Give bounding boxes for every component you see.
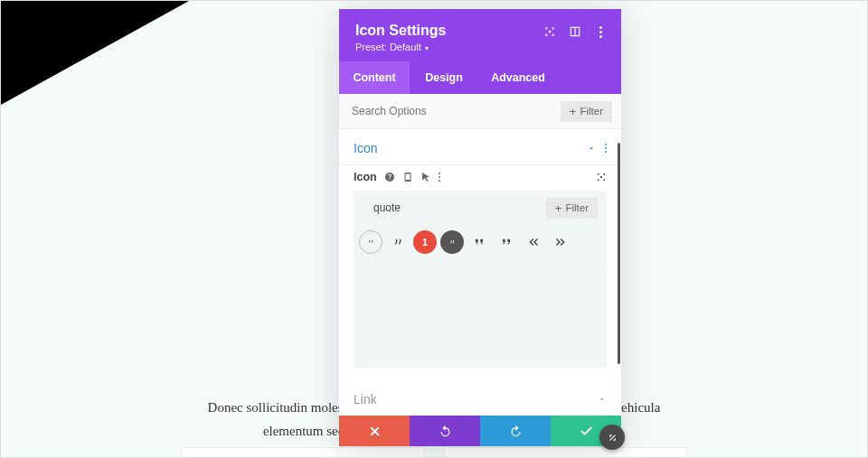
options-filter-button[interactable]: +Filter xyxy=(561,101,612,122)
panel-header: Icon Settings Preset: Default ▾ xyxy=(339,9,621,61)
filter-label: Filter xyxy=(580,106,603,117)
tab-advanced[interactable]: Advanced xyxy=(478,61,558,94)
panel-layout-icon[interactable] xyxy=(569,25,581,38)
icon-option-quote-filled-circle[interactable] xyxy=(440,230,464,254)
tab-design[interactable]: Design xyxy=(410,61,478,94)
icon-filter-button[interactable]: +Filter xyxy=(546,198,598,219)
icon-grid: 1 xyxy=(354,225,607,265)
chevron-up-icon[interactable] xyxy=(587,144,596,153)
undo-button[interactable] xyxy=(410,416,480,446)
cancel-button[interactable] xyxy=(339,416,410,446)
panel-tabs: Content Design Advanced xyxy=(339,61,621,94)
help-icon[interactable] xyxy=(384,172,395,182)
panel-resize-handle[interactable] xyxy=(599,425,625,450)
options-search-bar: +Filter xyxy=(339,94,621,129)
icon-option-quote-outlined[interactable] xyxy=(359,230,382,254)
plus-icon: + xyxy=(570,106,577,117)
email-field[interactable] xyxy=(444,447,687,458)
icon-filter-label: Filter xyxy=(565,202,589,213)
section-link[interactable]: Link xyxy=(339,380,621,416)
plus-icon: + xyxy=(555,202,562,214)
icon-picker: +Filter 1 xyxy=(354,191,607,268)
section-icon-title[interactable]: Icon xyxy=(354,141,377,155)
chevron-down-icon xyxy=(598,395,607,404)
icon-option-quote-light[interactable] xyxy=(386,230,410,254)
section-more-icon[interactable] xyxy=(605,144,608,154)
panel-scrollbar[interactable] xyxy=(618,143,620,364)
icon-row-label: Icon xyxy=(354,171,377,183)
device-icon[interactable] xyxy=(402,172,413,182)
more-menu-icon[interactable] xyxy=(594,25,607,38)
caret-down-icon: ▾ xyxy=(423,44,429,52)
cursor-icon[interactable] xyxy=(420,172,431,182)
focus-icon[interactable] xyxy=(543,25,556,38)
row-more-icon[interactable] xyxy=(439,173,441,182)
panel-footer-actions xyxy=(339,416,621,446)
icon-picker-empty-area xyxy=(354,268,607,368)
icon-option-row: Icon xyxy=(339,171,621,183)
section-icon: Icon xyxy=(339,129,621,165)
icon-option-selected-badge[interactable]: 1 xyxy=(413,230,437,254)
icon-settings-panel: Icon Settings Preset: Default ▾ Content … xyxy=(339,9,621,446)
section-link-title: Link xyxy=(354,392,377,407)
name-field[interactable] xyxy=(181,447,424,458)
icon-option-quote-right-solid[interactable] xyxy=(495,230,518,254)
redo-button[interactable] xyxy=(480,416,551,446)
options-search-input[interactable] xyxy=(348,100,561,122)
page-decor-triangle xyxy=(1,1,236,105)
preset-selector[interactable]: Preset: Default ▾ xyxy=(355,42,605,52)
preset-label: Preset: Default xyxy=(355,42,421,52)
icon-option-angle-double-left[interactable] xyxy=(522,230,545,254)
icon-option-angle-double-right[interactable] xyxy=(549,230,572,254)
icon-search-input[interactable] xyxy=(363,197,546,219)
tab-content[interactable]: Content xyxy=(339,61,410,94)
icon-option-quote-left-solid[interactable] xyxy=(467,230,491,254)
dynamic-content-icon[interactable] xyxy=(596,172,607,182)
